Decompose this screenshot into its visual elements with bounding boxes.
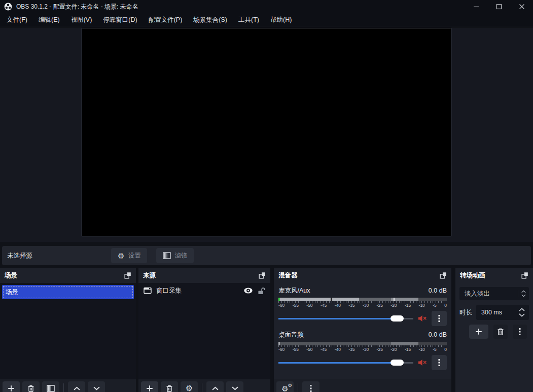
scene-up-button[interactable] <box>68 381 85 392</box>
scenes-toolbar <box>0 379 136 392</box>
slider-handle[interactable] <box>390 315 404 322</box>
scenes-dock-header: 场景 <box>0 268 136 283</box>
channel-options-button[interactable] <box>432 311 447 326</box>
remove-source-button[interactable] <box>161 381 178 392</box>
volume-slider[interactable] <box>278 359 413 367</box>
transition-options-button[interactable] <box>513 325 527 339</box>
transition-current-value: 淡入淡出 <box>465 290 490 298</box>
meter-tick-label: -20 <box>390 347 397 352</box>
scene-list-item[interactable]: 场景 <box>2 285 134 299</box>
combo-updown-icon <box>518 290 526 297</box>
meter-tick-label: -25 <box>377 303 383 308</box>
gears-icon: ⚙⚙ <box>281 385 288 392</box>
menu-item[interactable]: 场景集合(S) <box>188 13 233 26</box>
filter-icon <box>163 252 171 259</box>
menu-item[interactable]: 工具(T) <box>233 13 265 26</box>
eye-icon[interactable] <box>243 287 253 294</box>
toolbar-separator <box>202 383 202 392</box>
window-title: OBS 30.1.2 - 配置文件: 未命名 - 场景: 未命名 <box>16 3 465 11</box>
remove-transition-button[interactable] <box>493 325 508 339</box>
dock-popout-icon[interactable] <box>521 272 528 279</box>
meter-scale-labels: -60-55-50-45-40-35-30-25-20-15-10-50 <box>278 347 447 352</box>
kebab-icon <box>438 314 440 323</box>
meter-tick-label: -60 <box>278 303 285 308</box>
meter-tick-label: -60 <box>278 347 285 352</box>
meter-tick-label: -45 <box>321 347 327 352</box>
meter-tick-label: -15 <box>405 303 411 308</box>
source-down-button[interactable] <box>226 381 243 392</box>
mixer-dock-header: 混音器 <box>274 268 451 283</box>
meter-tick-label: -25 <box>377 347 383 352</box>
transition-select[interactable]: 淡入淡出 <box>459 287 529 300</box>
dock-popout-icon[interactable] <box>259 272 266 279</box>
duration-value: 300 ms <box>481 309 502 316</box>
dock-popout-icon[interactable] <box>124 272 131 279</box>
sources-list: 窗口采集 <box>138 283 270 379</box>
meter-tick-label: -10 <box>419 347 425 352</box>
meter-tick-label: -50 <box>306 347 312 352</box>
source-properties-toolbar-button[interactable]: ⚙ <box>181 381 198 392</box>
kebab-icon <box>519 328 521 336</box>
scene-down-button[interactable] <box>88 381 105 392</box>
sources-dock-title: 来源 <box>143 271 259 280</box>
menu-item[interactable]: 视图(V) <box>65 13 98 26</box>
meter-tick-label: 0 <box>444 347 447 352</box>
gear-icon: ⚙ <box>118 252 124 260</box>
meter-tick-label: -30 <box>363 347 369 352</box>
channel-options-button[interactable] <box>432 355 447 370</box>
lock-open-icon[interactable] <box>258 287 265 295</box>
preview-canvas[interactable] <box>82 28 451 236</box>
meter-tick-label: 0 <box>444 303 447 308</box>
advanced-audio-button[interactable]: ⚙⚙ <box>276 381 294 392</box>
slider-handle[interactable] <box>390 360 404 366</box>
dock-popout-icon[interactable] <box>440 272 447 279</box>
close-button[interactable] <box>510 0 533 13</box>
mixer-options-button[interactable] <box>302 381 319 392</box>
meter-tick-label: -5 <box>433 303 437 308</box>
scenes-dock: 场景 场景 <box>0 268 136 392</box>
mute-speaker-icon[interactable] <box>418 359 427 366</box>
window-capture-icon <box>144 287 152 294</box>
channel-name: 桌面音频 <box>278 331 304 339</box>
menu-item[interactable]: 帮助(H) <box>265 13 297 26</box>
maximize-button[interactable] <box>487 0 510 13</box>
volume-slider[interactable] <box>278 314 413 323</box>
source-list-item[interactable]: 窗口采集 <box>138 283 270 298</box>
chevron-up-icon <box>212 386 219 390</box>
sources-toolbar: ⚙ <box>138 379 270 392</box>
spin-down-icon[interactable] <box>519 313 525 317</box>
menu-item[interactable]: 停靠窗口(D) <box>97 13 143 26</box>
menu-item[interactable]: 文件(F) <box>1 13 33 26</box>
meter-tick-label: -50 <box>306 303 312 308</box>
remove-scene-button[interactable] <box>22 381 40 392</box>
spin-up-icon[interactable] <box>519 308 525 311</box>
source-filters-button[interactable]: 滤镜 <box>156 248 194 263</box>
mixer-dock: 混音器 麦克风/Aux 0.0 dB -60-55-50-45-40-35-30… <box>274 268 451 392</box>
add-source-button[interactable] <box>141 381 158 392</box>
source-properties-label: 设置 <box>128 252 140 260</box>
meter-scale-labels: -60-55-50-45-40-35-30-25-20-15-10-50 <box>278 303 447 308</box>
volume-meter <box>278 342 447 345</box>
trash-icon <box>165 384 173 392</box>
mixer-dock-title: 混音器 <box>278 271 440 280</box>
meter-tick-label: -35 <box>348 303 354 308</box>
trash-icon <box>496 328 505 336</box>
minimize-button[interactable] <box>465 0 487 13</box>
scene-filters-button[interactable] <box>42 381 59 392</box>
add-transition-button[interactable] <box>469 325 488 339</box>
mute-speaker-icon[interactable] <box>418 315 427 322</box>
duration-spinbox[interactable]: 300 ms <box>476 305 529 320</box>
meter-tick-label: -30 <box>363 303 369 308</box>
menu-item[interactable]: 配置文件(P) <box>143 13 188 26</box>
source-up-button[interactable] <box>206 381 224 392</box>
chevron-down-icon <box>232 386 238 390</box>
volume-meter <box>278 298 447 301</box>
titlebar: OBS 30.1.2 - 配置文件: 未命名 - 场景: 未命名 <box>0 0 533 13</box>
meter-tick-label: -20 <box>390 303 397 308</box>
meter-tick-label: -35 <box>348 347 354 352</box>
source-properties-button[interactable]: ⚙ 设置 <box>111 248 147 263</box>
menu-item[interactable]: 编辑(E) <box>33 13 65 26</box>
trash-icon <box>27 384 35 392</box>
add-scene-button[interactable] <box>3 381 20 392</box>
meter-tick-label: -55 <box>293 303 299 308</box>
